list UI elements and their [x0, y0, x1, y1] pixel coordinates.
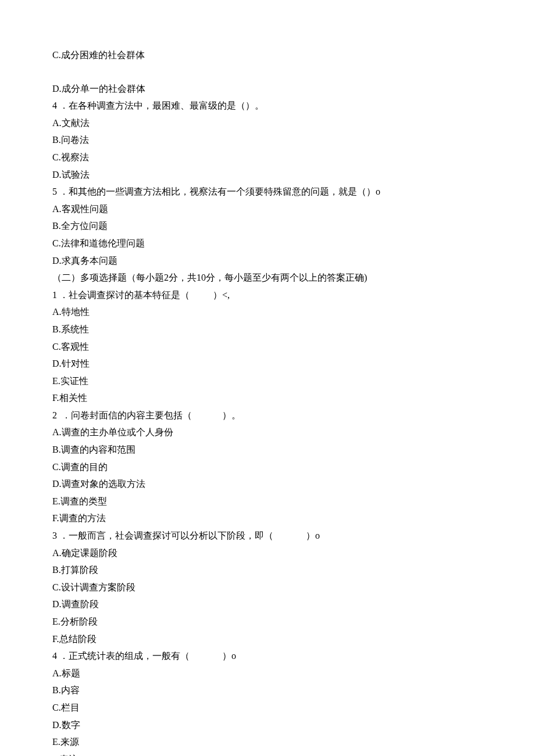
- text-line: E.调查的类型: [52, 493, 483, 510]
- text-line: D.试验法: [52, 166, 483, 184]
- blank-line: [52, 64, 483, 80]
- text-line: F.总结阶段: [52, 630, 483, 648]
- text-line: A.标题: [52, 665, 483, 682]
- text-line: 5 ．和其他的一些调查方法相比，视察法有一个须要特殊留意的问题，就是（）o: [52, 183, 483, 200]
- text-line: D.求真务本问题: [52, 252, 483, 270]
- text-line: F.调查的方法: [52, 510, 483, 527]
- text-line: B.调查的内容和范围: [52, 441, 483, 458]
- text-line: C.法律和道德伦理问题: [52, 235, 483, 252]
- text-line: A.客观性问题: [52, 200, 483, 218]
- text-line: D.调查对象的选取方法: [52, 475, 483, 493]
- text-line: 1 ．社会调查探讨的基本特征是（ ）<,: [52, 286, 483, 304]
- text-line: B.内容: [52, 682, 483, 699]
- text-line: B.系统性: [52, 321, 483, 338]
- text-line: B.打算阶段: [52, 561, 483, 579]
- text-line: A.文献法: [52, 114, 483, 132]
- text-line: 3 ．一般而言，社会调查探讨可以分析以下阶段，即（ ）o: [52, 527, 483, 544]
- text-line: D.调查阶段: [52, 596, 483, 613]
- text-line: C.视察法: [52, 149, 483, 166]
- text-line: （二）多项选择题（每小题2分，共10分，每小题至少有两个以上的答案正确): [52, 269, 483, 286]
- text-line: 4 ．正式统计表的组成，一般有（ ）o: [52, 647, 483, 665]
- text-line: 2 ．问卷封面信的内容主要包括（ ）。: [52, 407, 483, 424]
- text-line: A.特地性: [52, 303, 483, 321]
- text-line: C.调查的目的: [52, 458, 483, 476]
- text-line: D.针对性: [52, 355, 483, 372]
- text-line: D.成分单一的社会群体: [52, 80, 483, 98]
- text-line: 4 ．在各种调查方法中，最困难、最富级的是（）。: [52, 97, 483, 114]
- text-line: E.分析阶段: [52, 613, 483, 630]
- text-line: B.问卷法: [52, 131, 483, 149]
- document-body: C.成分困难的社会群体D.成分单一的社会群体4 ．在各种调查方法中，最困难、最富…: [52, 46, 483, 756]
- text-line: E.实证性: [52, 372, 483, 390]
- text-line: F.表注: [52, 751, 483, 756]
- text-line: B.全方位问题: [52, 217, 483, 235]
- text-line: F.相关性: [52, 389, 483, 407]
- text-line: A.调查的主办单位或个人身份: [52, 424, 483, 441]
- text-line: C.成分困难的社会群体: [52, 46, 483, 64]
- text-line: C.栏目: [52, 699, 483, 716]
- text-line: C.客观性: [52, 338, 483, 356]
- text-line: C.设计调查方案阶段: [52, 579, 483, 596]
- text-line: A.确定课题阶段: [52, 544, 483, 562]
- text-line: E.来源: [52, 733, 483, 751]
- text-line: D.数字: [52, 716, 483, 734]
